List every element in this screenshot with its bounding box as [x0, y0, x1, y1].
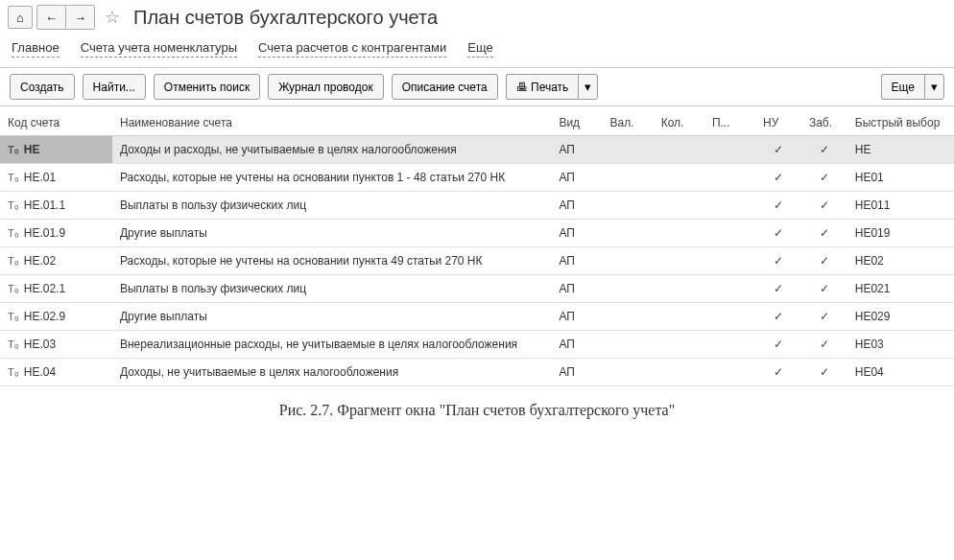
more-dropdown-button[interactable]: ▾	[924, 74, 944, 100]
cell-kol	[654, 220, 704, 247]
account-code: НЕ.01.1	[24, 198, 65, 212]
print-dropdown-button[interactable]: ▾	[578, 74, 598, 100]
row-type-icon: Т₀	[8, 144, 18, 155]
account-code: НЕ.03	[24, 338, 56, 351]
print-button[interactable]: 🖶 Печать	[506, 74, 579, 100]
cell-nu: ✓	[755, 136, 801, 164]
cell-vid: АП	[551, 220, 602, 247]
cell-name: Доходы, не учитываемые в целях налогообл…	[112, 359, 551, 386]
row-type-icon: Т₀	[8, 283, 18, 294]
cell-name: Доходы и расходы, не учитываемые в целях…	[112, 136, 551, 164]
cell-name: Внереализационные расходы, не учитываемы…	[112, 331, 551, 359]
tab-more[interactable]: Еще	[467, 40, 492, 58]
cell-code: Т₀НЕ.04	[0, 359, 112, 386]
print-label: Печать	[531, 81, 568, 94]
tab-contractors[interactable]: Счета расчетов с контрагентами	[258, 40, 446, 58]
cell-name: Расходы, которые не учтены на основании …	[112, 247, 551, 275]
cell-zab: ✓	[801, 331, 847, 359]
cell-quick: НЕ04	[847, 359, 954, 386]
cell-vid: АП	[551, 136, 602, 164]
cell-p	[704, 220, 755, 247]
cell-vid: АП	[551, 192, 602, 220]
table-row[interactable]: Т₀НЕДоходы и расходы, не учитываемые в ц…	[0, 136, 954, 164]
find-button[interactable]: Найти...	[83, 74, 146, 100]
cell-p	[704, 359, 755, 386]
cell-code: Т₀НЕ.02.1	[0, 275, 112, 303]
cell-val	[603, 331, 654, 359]
table-header-row: Код счета Наименование счета Вид Вал. Ко…	[0, 110, 954, 136]
cell-val	[603, 220, 654, 247]
col-nu[interactable]: НУ	[755, 110, 801, 136]
cell-val	[603, 136, 654, 164]
cancel-search-button[interactable]: Отменить поиск	[154, 74, 260, 100]
nav-history-group: ← →	[36, 5, 95, 30]
cell-name: Другие выплаты	[112, 303, 551, 331]
cell-quick: НЕ01	[847, 164, 954, 192]
row-type-icon: Т₀	[8, 255, 18, 267]
cell-code: Т₀НЕ	[0, 136, 112, 164]
table-row[interactable]: Т₀НЕ.01.9Другие выплатыАП✓✓НЕ019	[0, 220, 954, 247]
cell-code: Т₀НЕ.01.1	[0, 192, 112, 220]
cell-val	[603, 192, 654, 220]
cell-kol	[654, 136, 704, 164]
account-code: НЕ.02.9	[24, 310, 65, 323]
row-type-icon: Т₀	[8, 338, 18, 350]
cell-val	[603, 275, 654, 303]
nav-forward-button[interactable]: →	[66, 6, 94, 29]
nav-back-button[interactable]: ←	[37, 6, 66, 29]
cell-nu: ✓	[755, 164, 801, 192]
col-p[interactable]: П...	[704, 110, 755, 136]
create-button[interactable]: Создать	[10, 74, 75, 100]
nav-home-button[interactable]: ⌂	[8, 6, 33, 29]
cell-kol	[654, 247, 704, 275]
cell-kol	[654, 164, 704, 192]
cell-quick: НЕ021	[847, 275, 954, 303]
tab-row: Главное Счета учета номенклатуры Счета р…	[0, 35, 954, 67]
table-row[interactable]: Т₀НЕ.01.1Выплаты в пользу физических лиц…	[0, 192, 954, 220]
cell-vid: АП	[551, 164, 602, 192]
cell-kol	[654, 303, 704, 331]
cell-val	[603, 359, 654, 386]
description-button[interactable]: Описание счета	[392, 74, 498, 100]
cell-zab: ✓	[801, 192, 847, 220]
journal-button[interactable]: Журнал проводок	[268, 74, 384, 100]
cell-zab: ✓	[801, 275, 847, 303]
cell-code: Т₀НЕ.01	[0, 164, 112, 192]
col-name[interactable]: Наименование счета	[112, 110, 551, 136]
cell-nu: ✓	[755, 359, 801, 386]
table-row[interactable]: Т₀НЕ.02Расходы, которые не учтены на осн…	[0, 247, 954, 275]
col-vid[interactable]: Вид	[551, 110, 602, 136]
table-row[interactable]: Т₀НЕ.04Доходы, не учитываемые в целях на…	[0, 359, 954, 386]
account-code: НЕ	[24, 143, 40, 156]
account-code: НЕ.01.9	[24, 226, 65, 240]
cell-p	[704, 136, 755, 164]
cell-quick: НЕ03	[847, 331, 954, 359]
print-split-button: 🖶 Печать ▾	[506, 74, 599, 100]
table-row[interactable]: Т₀НЕ.02.9Другие выплатыАП✓✓НЕ029	[0, 303, 954, 331]
cell-zab: ✓	[801, 247, 847, 275]
table-row[interactable]: Т₀НЕ.02.1Выплаты в пользу физических лиц…	[0, 275, 954, 303]
table-row[interactable]: Т₀НЕ.01Расходы, которые не учтены на осн…	[0, 164, 954, 192]
cell-quick: НЕ029	[847, 303, 954, 331]
favorite-star-icon[interactable]: ☆	[105, 7, 120, 28]
cell-val	[603, 303, 654, 331]
col-val[interactable]: Вал.	[603, 110, 654, 136]
cell-vid: АП	[551, 331, 602, 359]
cell-code: Т₀НЕ.03	[0, 331, 112, 359]
col-zab[interactable]: Заб.	[801, 110, 847, 136]
tab-nomenclature[interactable]: Счета учета номенклатуры	[81, 40, 237, 58]
cell-vid: АП	[551, 247, 602, 275]
cell-zab: ✓	[801, 164, 847, 192]
cell-code: Т₀НЕ.01.9	[0, 220, 112, 247]
cell-quick: НЕ011	[847, 192, 954, 220]
cell-name: Расходы, которые не учтены на основании …	[112, 164, 551, 192]
cell-p	[704, 331, 755, 359]
accounts-table: Код счета Наименование счета Вид Вал. Ко…	[0, 110, 954, 386]
col-quick[interactable]: Быстрый выбор	[847, 110, 954, 136]
table-row[interactable]: Т₀НЕ.03Внереализационные расходы, не учи…	[0, 331, 954, 359]
col-code[interactable]: Код счета	[0, 110, 112, 136]
col-kol[interactable]: Кол.	[654, 110, 704, 136]
tab-main[interactable]: Главное	[12, 40, 60, 58]
cell-code: Т₀НЕ.02.9	[0, 303, 112, 331]
more-button[interactable]: Еще	[881, 74, 924, 100]
